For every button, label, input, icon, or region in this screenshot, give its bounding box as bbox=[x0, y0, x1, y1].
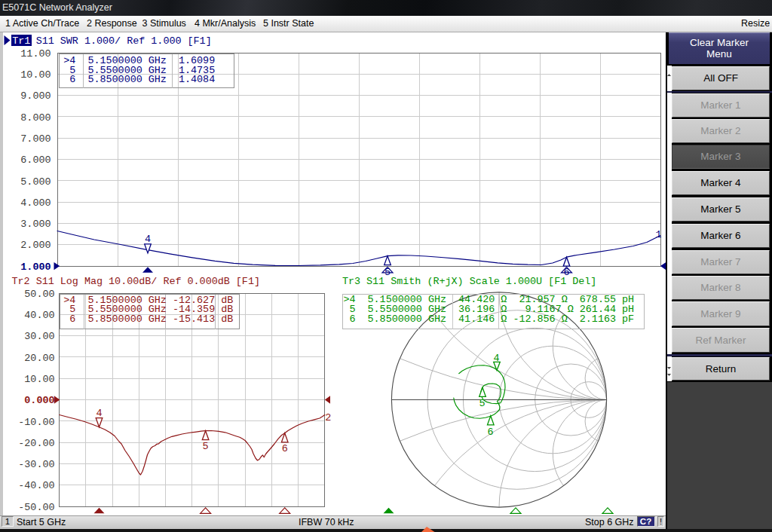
svg-text:0.000: 0.000 bbox=[24, 395, 54, 406]
svg-text:2: 2 bbox=[325, 412, 331, 423]
svg-text:Tr1: Tr1 bbox=[12, 35, 30, 47]
svg-text:1.000: 1.000 bbox=[20, 261, 51, 273]
svg-text:40.00: 40.00 bbox=[24, 310, 54, 321]
svg-text:-50.00: -50.00 bbox=[18, 502, 54, 513]
svg-text:2.000: 2.000 bbox=[20, 240, 51, 251]
svg-text:7.000: 7.000 bbox=[20, 133, 51, 145]
svg-text:6: 6 bbox=[282, 443, 288, 454]
svg-text:8.000: 8.000 bbox=[20, 112, 51, 124]
svg-text:50.00: 50.00 bbox=[24, 289, 54, 300]
svg-text:5.000: 5.000 bbox=[20, 176, 51, 188]
svg-text:30.00: 30.00 bbox=[24, 331, 54, 342]
svg-text:5: 5 bbox=[479, 398, 485, 409]
svg-text:4: 4 bbox=[96, 408, 102, 419]
svg-text:-40.00: -40.00 bbox=[18, 480, 54, 491]
svg-text:-20.00: -20.00 bbox=[18, 438, 54, 449]
svg-text:Tr3 S11 Smith (R+jX) Scale 1.0: Tr3 S11 Smith (R+jX) Scale 1.000U [F1 De… bbox=[342, 276, 597, 287]
svg-text:Tr2 S11 Log Mag 10.00dB/ Ref 0: Tr2 S11 Log Mag 10.00dB/ Ref 0.000dB [F1… bbox=[12, 276, 260, 287]
svg-text:4: 4 bbox=[145, 234, 151, 245]
svg-text:5: 5 bbox=[203, 441, 209, 452]
svg-text:10.00: 10.00 bbox=[24, 374, 54, 385]
svg-text:S11 SWR 1.000/ Ref 1.000 [F1]: S11 SWR 1.000/ Ref 1.000 [F1] bbox=[36, 35, 212, 47]
svg-text:-30.00: -30.00 bbox=[18, 459, 54, 470]
svg-text:20.00: 20.00 bbox=[24, 353, 54, 364]
svg-text:1: 1 bbox=[656, 229, 662, 240]
svg-text:6 5.8500000 GHz 41.146 Ω -12: 6 5.8500000 GHz 41.146 Ω -12.856 Ω 2.116… bbox=[343, 313, 634, 325]
svg-text:6.000: 6.000 bbox=[20, 154, 51, 166]
svg-text:10.00: 10.00 bbox=[20, 69, 51, 81]
svg-text:6 5.8500000 GHz -15.413 dB: 6 5.8500000 GHz -15.413 dB bbox=[63, 313, 233, 325]
svg-text:-10.00: -10.00 bbox=[18, 417, 54, 428]
svg-text:11.00: 11.00 bbox=[20, 48, 51, 60]
svg-text:4: 4 bbox=[493, 353, 499, 364]
svg-text:9.000: 9.000 bbox=[20, 90, 51, 102]
svg-text:4.000: 4.000 bbox=[20, 197, 51, 209]
svg-text:3.000: 3.000 bbox=[20, 219, 51, 230]
svg-text:6 5.8500000 GHz 1.4084: 6 5.8500000 GHz 1.4084 bbox=[63, 74, 215, 85]
svg-text:6: 6 bbox=[487, 427, 493, 438]
